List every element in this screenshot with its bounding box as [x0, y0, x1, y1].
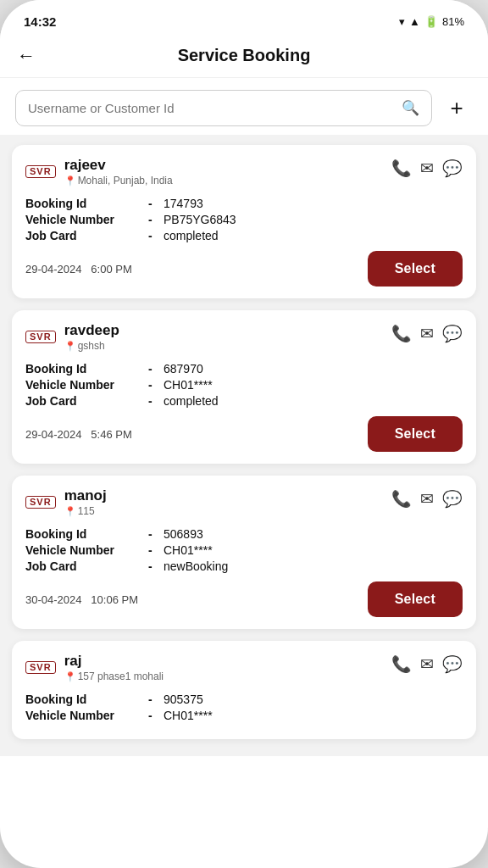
job-card-label: Job Card: [25, 394, 148, 408]
select-button-ravdeep[interactable]: Select: [368, 416, 463, 452]
phone-icon[interactable]: 📞: [391, 324, 412, 343]
user-info: ravdeep 📍 gshsh: [64, 322, 119, 352]
vehicle-number-label: Vehicle Number: [25, 378, 148, 392]
whatsapp-icon[interactable]: 💬: [442, 159, 463, 178]
booking-id-label: Booking Id: [25, 362, 148, 376]
signal-icon: ▲: [409, 15, 420, 28]
dash: -: [148, 543, 164, 557]
add-button[interactable]: +: [441, 92, 473, 125]
vehicle-number-label: Vehicle Number: [25, 543, 148, 557]
booking-id-value: 905375: [164, 693, 203, 706]
job-card-row: Job Card - completed: [25, 394, 463, 408]
card-footer: 30-04-2024 10:06 PM Select: [25, 581, 463, 617]
search-input[interactable]: [28, 101, 402, 115]
whatsapp-icon[interactable]: 💬: [442, 489, 463, 509]
card-user: SVR ravdeep 📍 gshsh: [25, 322, 119, 352]
card-user: SVR raj 📍 157 phase1 mohali: [25, 653, 164, 682]
card-actions: 📞 ✉ 💬: [391, 653, 463, 674]
phone-frame: 14:32 ▾ ▲ 🔋 81% ← Service Booking 🔍 + SV…: [0, 0, 488, 868]
card-datetime: 29-04-2024 5:46 PM: [25, 428, 132, 441]
booking-id-row: Booking Id - 687970: [25, 362, 463, 376]
dash: -: [148, 527, 164, 541]
page-title: Service Booking: [178, 46, 311, 65]
card-details: Booking Id - 905375 Vehicle Number - CH0…: [25, 693, 463, 722]
vehicle-number-value: CH01****: [164, 709, 213, 722]
booking-id-label: Booking Id: [25, 197, 148, 210]
dash: -: [148, 693, 164, 706]
job-card-row: Job Card - newBooking: [25, 559, 463, 573]
card-user: SVR manoj 📍 115: [25, 487, 107, 517]
phone-icon[interactable]: 📞: [391, 159, 412, 178]
job-card-value: completed: [164, 229, 219, 242]
job-card-label: Job Card: [25, 229, 148, 242]
user-name: raj: [64, 653, 164, 670]
job-card-label: Job Card: [25, 559, 148, 573]
card-header: SVR manoj 📍 115 📞 ✉ 💬: [25, 487, 463, 517]
battery-icon: 🔋: [424, 15, 438, 28]
select-button-manoj[interactable]: Select: [368, 581, 463, 617]
status-bar: 14:32 ▾ ▲ 🔋 81%: [0, 0, 488, 37]
dash: -: [148, 213, 164, 226]
email-icon[interactable]: ✉: [420, 489, 434, 509]
card-user: SVR rajeev 📍 Mohali, Punjab, India: [25, 157, 173, 186]
vehicle-number-row: Vehicle Number - CH01****: [25, 543, 463, 557]
card-details: Booking Id - 687970 Vehicle Number - CH0…: [25, 362, 463, 408]
phone-icon[interactable]: 📞: [391, 489, 412, 509]
vehicle-number-value: CH01****: [164, 378, 213, 392]
brand-logo: SVR: [25, 661, 56, 674]
vehicle-number-value: PB75YG6843: [164, 213, 236, 226]
search-icon: 🔍: [402, 99, 419, 117]
card-header: SVR ravdeep 📍 gshsh 📞 ✉ 💬: [25, 322, 463, 352]
vehicle-number-label: Vehicle Number: [25, 709, 148, 722]
dash: -: [148, 559, 164, 573]
booking-id-row: Booking Id - 905375: [25, 693, 463, 706]
dash: -: [148, 709, 164, 722]
user-info: rajeev 📍 Mohali, Punjab, India: [64, 157, 173, 186]
card-details: Booking Id - 174793 Vehicle Number - PB7…: [25, 197, 463, 242]
dash: -: [148, 229, 164, 242]
wifi-icon: ▾: [399, 15, 405, 28]
select-button-rajeev[interactable]: Select: [368, 251, 463, 287]
battery-percent: 81%: [442, 15, 464, 28]
user-location: 📍 gshsh: [64, 340, 119, 352]
header: ← Service Booking: [0, 37, 488, 78]
email-icon[interactable]: ✉: [420, 159, 434, 178]
email-icon[interactable]: ✉: [420, 324, 434, 343]
booking-id-value: 174793: [164, 197, 203, 210]
vehicle-number-row: Vehicle Number - CH01****: [25, 378, 463, 392]
card-actions: 📞 ✉ 💬: [391, 487, 463, 509]
phone-icon[interactable]: 📞: [391, 654, 412, 674]
dash: -: [148, 394, 164, 408]
card-header: SVR raj 📍 157 phase1 mohali 📞 ✉ 💬: [25, 653, 463, 682]
booking-card-manoj: SVR manoj 📍 115 📞 ✉ 💬: [12, 476, 476, 629]
booking-card-rajeev: SVR rajeev 📍 Mohali, Punjab, India 📞 ✉ 💬: [12, 145, 476, 298]
card-footer: 29-04-2024 6:00 PM Select: [25, 251, 463, 287]
card-actions: 📞 ✉ 💬: [391, 322, 463, 343]
booking-card-ravdeep: SVR ravdeep 📍 gshsh 📞 ✉ 💬: [12, 310, 476, 464]
booking-id-value: 506893: [164, 527, 203, 541]
dash: -: [148, 362, 164, 376]
status-icons: ▾ ▲ 🔋 81%: [399, 15, 464, 28]
job-card-value: newBooking: [164, 559, 228, 573]
whatsapp-icon[interactable]: 💬: [442, 654, 463, 674]
email-icon[interactable]: ✉: [420, 654, 434, 674]
location-pin-icon: 📍: [64, 175, 76, 186]
brand-logo: SVR: [25, 331, 56, 343]
vehicle-number-row: Vehicle Number - CH01****: [25, 709, 463, 722]
card-datetime: 29-04-2024 6:00 PM: [25, 263, 132, 275]
booking-id-row: Booking Id - 506893: [25, 527, 463, 541]
card-footer: 29-04-2024 5:46 PM Select: [25, 416, 463, 452]
booking-id-label: Booking Id: [25, 527, 148, 541]
back-button[interactable]: ←: [17, 45, 36, 67]
vehicle-number-value: CH01****: [164, 543, 213, 557]
brand-logo: SVR: [25, 165, 56, 178]
card-details: Booking Id - 506893 Vehicle Number - CH0…: [25, 527, 463, 573]
vehicle-number-label: Vehicle Number: [25, 213, 148, 226]
whatsapp-icon[interactable]: 💬: [442, 324, 463, 343]
user-name: rajeev: [64, 157, 173, 174]
job-card-row: Job Card - completed: [25, 229, 463, 242]
vehicle-number-row: Vehicle Number - PB75YG6843: [25, 213, 463, 226]
user-info: raj 📍 157 phase1 mohali: [64, 653, 164, 682]
job-card-value: completed: [164, 394, 219, 408]
user-location: 📍 157 phase1 mohali: [64, 670, 164, 682]
